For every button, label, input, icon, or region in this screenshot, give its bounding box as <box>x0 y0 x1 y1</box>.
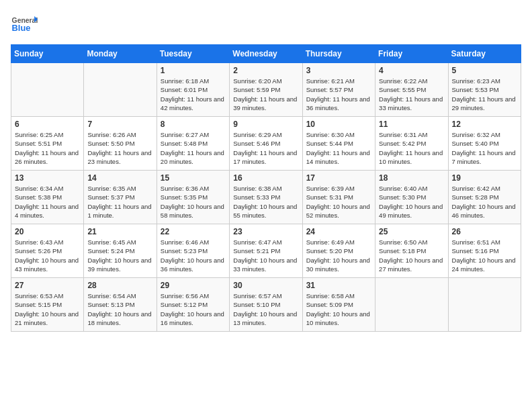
day-number: 20 <box>15 227 80 236</box>
day-number: 25 <box>379 227 444 236</box>
calendar-cell <box>448 278 521 332</box>
calendar-cell: 17Sunrise: 6:39 AMSunset: 5:31 PMDayligh… <box>302 171 375 224</box>
calendar-cell: 16Sunrise: 6:38 AMSunset: 5:33 PMDayligh… <box>230 171 302 224</box>
day-number: 19 <box>452 173 517 183</box>
svg-text:Blue: Blue <box>12 23 31 33</box>
day-info: Sunrise: 6:22 AMSunset: 5:55 PMDaylight:… <box>379 77 444 112</box>
day-header-friday: Friday <box>375 45 448 63</box>
calendar-cell: 6Sunrise: 6:25 AMSunset: 5:51 PMDaylight… <box>11 117 84 171</box>
day-number: 3 <box>306 66 371 75</box>
day-info: Sunrise: 6:57 AMSunset: 5:10 PMDaylight:… <box>233 291 298 327</box>
day-info: Sunrise: 6:43 AMSunset: 5:26 PMDaylight:… <box>15 238 80 273</box>
day-number: 27 <box>15 281 80 290</box>
day-info: Sunrise: 6:31 AMSunset: 5:42 PMDaylight:… <box>379 130 444 166</box>
day-info: Sunrise: 6:36 AMSunset: 5:35 PMDaylight:… <box>161 184 226 220</box>
calendar-cell: 12Sunrise: 6:32 AMSunset: 5:40 PMDayligh… <box>448 117 521 171</box>
day-number: 29 <box>161 281 226 290</box>
day-info: Sunrise: 6:51 AMSunset: 5:16 PMDaylight:… <box>452 238 517 273</box>
day-number: 13 <box>15 173 80 183</box>
day-info: Sunrise: 6:26 AMSunset: 5:50 PMDaylight:… <box>87 130 152 166</box>
day-info: Sunrise: 6:56 AMSunset: 5:12 PMDaylight:… <box>161 291 226 327</box>
day-number: 9 <box>233 120 298 129</box>
day-info: Sunrise: 6:39 AMSunset: 5:31 PMDaylight:… <box>306 184 371 220</box>
day-header-saturday: Saturday <box>448 45 521 63</box>
day-number: 12 <box>452 120 517 129</box>
calendar-cell: 29Sunrise: 6:56 AMSunset: 5:12 PMDayligh… <box>157 278 229 332</box>
day-info: Sunrise: 6:42 AMSunset: 5:28 PMDaylight:… <box>452 184 517 220</box>
day-number: 16 <box>233 173 298 183</box>
calendar-cell: 4Sunrise: 6:22 AMSunset: 5:55 PMDaylight… <box>375 63 448 117</box>
logo-icon: General Blue <box>11 11 38 38</box>
calendar-week-3: 20Sunrise: 6:43 AMSunset: 5:26 PMDayligh… <box>11 224 521 278</box>
calendar-body: 1Sunrise: 6:18 AMSunset: 6:01 PMDaylight… <box>11 63 521 332</box>
calendar-cell: 23Sunrise: 6:47 AMSunset: 5:21 PMDayligh… <box>230 224 302 278</box>
calendar-cell: 25Sunrise: 6:50 AMSunset: 5:18 PMDayligh… <box>375 224 448 278</box>
day-number: 22 <box>161 227 226 236</box>
calendar-week-0: 1Sunrise: 6:18 AMSunset: 6:01 PMDaylight… <box>11 63 521 117</box>
calendar-cell: 24Sunrise: 6:49 AMSunset: 5:20 PMDayligh… <box>302 224 375 278</box>
calendar-header-row: SundayMondayTuesdayWednesdayThursdayFrid… <box>11 45 521 63</box>
day-info: Sunrise: 6:30 AMSunset: 5:44 PMDaylight:… <box>306 130 371 166</box>
day-info: Sunrise: 6:32 AMSunset: 5:40 PMDaylight:… <box>452 130 517 166</box>
calendar-week-4: 27Sunrise: 6:53 AMSunset: 5:15 PMDayligh… <box>11 278 521 332</box>
day-number: 15 <box>161 173 226 183</box>
calendar-cell: 30Sunrise: 6:57 AMSunset: 5:10 PMDayligh… <box>230 278 302 332</box>
day-info: Sunrise: 6:54 AMSunset: 5:13 PMDaylight:… <box>87 291 152 327</box>
day-info: Sunrise: 6:29 AMSunset: 5:46 PMDaylight:… <box>233 130 298 166</box>
day-number: 28 <box>87 281 152 290</box>
day-info: Sunrise: 6:21 AMSunset: 5:57 PMDaylight:… <box>306 77 371 112</box>
calendar-cell: 14Sunrise: 6:35 AMSunset: 5:37 PMDayligh… <box>84 171 157 224</box>
calendar-cell <box>84 63 157 117</box>
day-number: 2 <box>233 66 298 75</box>
day-number: 21 <box>87 227 152 236</box>
day-number: 24 <box>306 227 371 236</box>
day-number: 7 <box>87 120 152 129</box>
day-header-tuesday: Tuesday <box>157 45 229 63</box>
calendar-cell: 11Sunrise: 6:31 AMSunset: 5:42 PMDayligh… <box>375 117 448 171</box>
day-number: 5 <box>452 66 517 75</box>
calendar-cell: 19Sunrise: 6:42 AMSunset: 5:28 PMDayligh… <box>448 171 521 224</box>
day-info: Sunrise: 6:50 AMSunset: 5:18 PMDaylight:… <box>379 238 444 273</box>
calendar-cell: 22Sunrise: 6:46 AMSunset: 5:23 PMDayligh… <box>157 224 229 278</box>
day-number: 8 <box>161 120 226 129</box>
day-info: Sunrise: 6:49 AMSunset: 5:20 PMDaylight:… <box>306 238 371 273</box>
calendar-cell: 15Sunrise: 6:36 AMSunset: 5:35 PMDayligh… <box>157 171 229 224</box>
day-header-wednesday: Wednesday <box>230 45 302 63</box>
calendar-cell: 21Sunrise: 6:45 AMSunset: 5:24 PMDayligh… <box>84 224 157 278</box>
day-info: Sunrise: 6:18 AMSunset: 6:01 PMDaylight:… <box>161 77 226 112</box>
logo: General Blue <box>11 11 38 38</box>
day-info: Sunrise: 6:25 AMSunset: 5:51 PMDaylight:… <box>15 130 80 166</box>
day-info: Sunrise: 6:20 AMSunset: 5:59 PMDaylight:… <box>233 77 298 112</box>
calendar-cell: 5Sunrise: 6:23 AMSunset: 5:53 PMDaylight… <box>448 63 521 117</box>
calendar-cell: 7Sunrise: 6:26 AMSunset: 5:50 PMDaylight… <box>84 117 157 171</box>
day-number: 11 <box>379 120 444 129</box>
day-number: 1 <box>161 66 226 75</box>
calendar-cell: 10Sunrise: 6:30 AMSunset: 5:44 PMDayligh… <box>302 117 375 171</box>
day-header-thursday: Thursday <box>302 45 375 63</box>
day-info: Sunrise: 6:38 AMSunset: 5:33 PMDaylight:… <box>233 184 298 220</box>
day-info: Sunrise: 6:47 AMSunset: 5:21 PMDaylight:… <box>233 238 298 273</box>
calendar-cell: 26Sunrise: 6:51 AMSunset: 5:16 PMDayligh… <box>448 224 521 278</box>
day-info: Sunrise: 6:46 AMSunset: 5:23 PMDaylight:… <box>161 238 226 273</box>
day-number: 30 <box>233 281 298 290</box>
calendar-cell: 3Sunrise: 6:21 AMSunset: 5:57 PMDaylight… <box>302 63 375 117</box>
day-info: Sunrise: 6:35 AMSunset: 5:37 PMDaylight:… <box>87 184 152 220</box>
calendar-cell <box>11 63 84 117</box>
day-number: 18 <box>379 173 444 183</box>
calendar-week-1: 6Sunrise: 6:25 AMSunset: 5:51 PMDaylight… <box>11 117 521 171</box>
calendar-cell: 1Sunrise: 6:18 AMSunset: 6:01 PMDaylight… <box>157 63 229 117</box>
calendar-cell: 2Sunrise: 6:20 AMSunset: 5:59 PMDaylight… <box>230 63 302 117</box>
day-number: 17 <box>306 173 371 183</box>
day-number: 10 <box>306 120 371 129</box>
day-info: Sunrise: 6:58 AMSunset: 5:09 PMDaylight:… <box>306 291 371 327</box>
day-number: 26 <box>452 227 517 236</box>
day-number: 4 <box>379 66 444 75</box>
calendar-cell: 28Sunrise: 6:54 AMSunset: 5:13 PMDayligh… <box>84 278 157 332</box>
day-number: 31 <box>306 281 371 290</box>
calendar-cell: 18Sunrise: 6:40 AMSunset: 5:30 PMDayligh… <box>375 171 448 224</box>
day-info: Sunrise: 6:23 AMSunset: 5:53 PMDaylight:… <box>452 77 517 112</box>
day-info: Sunrise: 6:27 AMSunset: 5:48 PMDaylight:… <box>161 130 226 166</box>
day-info: Sunrise: 6:53 AMSunset: 5:15 PMDaylight:… <box>15 291 80 327</box>
day-number: 6 <box>15 120 80 129</box>
day-header-sunday: Sunday <box>11 45 84 63</box>
